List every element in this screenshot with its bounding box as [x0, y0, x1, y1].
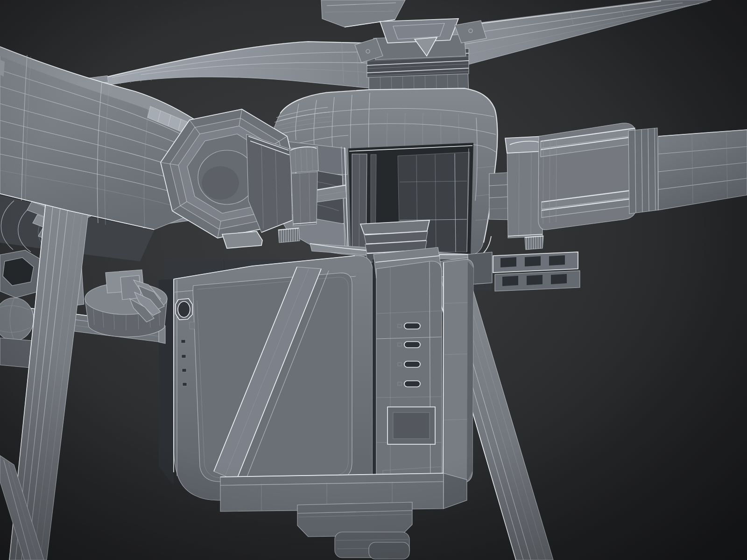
wireframe-drone-render [0, 0, 747, 560]
render-viewport [0, 0, 747, 560]
vignette-overlay [0, 0, 747, 560]
